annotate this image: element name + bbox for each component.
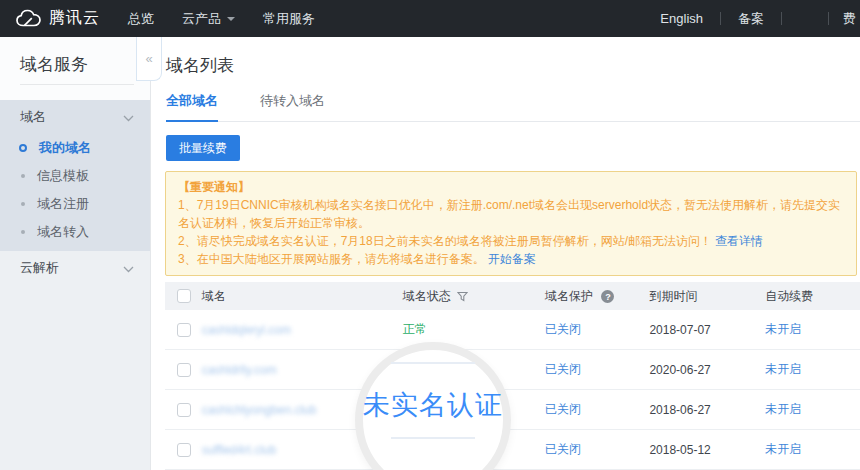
header-status-label: 域名状态 [403, 288, 451, 305]
top-nav-menu: 总览 云产品 常用服务 [114, 0, 329, 37]
notice-line-1-text: 1、7月19日CNNIC审核机构域名实名接口优化中，新注册.com/.net域名… [178, 198, 840, 230]
expiry-cell: 2018-06-27 [649, 403, 765, 417]
important-notice-box: 【重要通知】 1、7月19日CNNIC审核机构域名实名接口优化中，新注册.com… [165, 171, 857, 276]
domain-link-blurred[interactable]: cashldrlly.com [202, 363, 277, 377]
sidebar-item-domain-register[interactable]: 域名注册 [0, 190, 150, 218]
divider [781, 12, 782, 25]
bullet-icon [21, 174, 25, 178]
domain-link-blurred[interactable]: suffled4rt.club [202, 443, 277, 457]
domain-link-blurred[interactable]: cashldqleryl.com [202, 323, 291, 337]
top-right-menu: English 备案 费 [643, 0, 860, 37]
domain-link-blurred[interactable]: cashlchlyongben.club [202, 403, 317, 417]
protection-cell: 已关闭 [545, 441, 649, 458]
sidebar-group-domain-header[interactable]: 域名 [0, 100, 150, 134]
row-checkbox[interactable] [177, 363, 191, 377]
header-status: 域名状态 [403, 288, 545, 305]
expiry-date: 2018-07-07 [649, 323, 710, 337]
table-row: suffled4rt.club 已关闭 2018-05-12 未开启 [165, 430, 860, 470]
protection-closed-link[interactable]: 已关闭 [545, 362, 581, 376]
row-checkbox[interactable] [177, 443, 191, 457]
table-row: cashldqleryl.com 正常 已关闭 2018-07-07 未开启 [165, 310, 860, 350]
auto-renew-off-link[interactable]: 未开启 [765, 442, 801, 456]
auto-renew-cell: 未开启 [765, 401, 860, 418]
active-bullet-icon [19, 144, 27, 152]
sidebar-item-label: 信息模板 [37, 167, 89, 185]
tab-pending-transfer-in[interactable]: 待转入域名 [260, 92, 325, 121]
notice-title: 【重要通知】 [178, 178, 844, 196]
magnified-row-line [391, 437, 475, 439]
header-expiry: 到期时间 [649, 288, 765, 305]
sidebar-header: 域名服务 [0, 37, 150, 100]
auto-renew-cell: 未开启 [765, 321, 860, 338]
auto-renew-off-link[interactable]: 未开启 [765, 322, 801, 336]
header-checkbox-cell [165, 289, 202, 303]
auto-renew-cell: 未开启 [765, 361, 860, 378]
notice-line-1: 1、7月19日CNNIC审核机构域名实名接口优化中，新注册.com/.net域名… [178, 196, 844, 232]
expiry-date: 2018-05-12 [649, 443, 710, 457]
billing-link-cutoff[interactable]: 费 [829, 10, 860, 28]
nav-common-services[interactable]: 常用服务 [249, 0, 329, 37]
row-checkbox-cell [165, 323, 202, 337]
icp-filing-link[interactable]: 备案 [721, 10, 781, 28]
select-all-checkbox[interactable] [177, 289, 191, 303]
cloud-logo-icon [15, 9, 42, 28]
expiry-date: 2018-06-27 [649, 403, 710, 417]
sidebar-item-info-templates[interactable]: 信息模板 [0, 162, 150, 190]
nav-cloud-products-label: 云产品 [182, 10, 221, 28]
nav-overview[interactable]: 总览 [114, 0, 168, 37]
expiry-date: 2020-06-27 [649, 363, 710, 377]
magnified-row-line [391, 362, 475, 364]
status-normal: 正常 [403, 321, 427, 338]
auto-renew-cell: 未开启 [765, 441, 860, 458]
group-dns-label: 云解析 [20, 259, 59, 277]
bullet-icon [21, 230, 25, 234]
help-question-icon[interactable]: ? [601, 290, 614, 303]
protection-closed-link[interactable]: 已关闭 [545, 442, 581, 456]
expiry-cell: 2018-07-07 [649, 323, 765, 337]
collapse-arrows-icon: « [145, 51, 152, 66]
protection-closed-link[interactable]: 已关闭 [545, 402, 581, 416]
protection-cell: 已关闭 [545, 361, 649, 378]
tab-all-domains[interactable]: 全部域名 [166, 92, 218, 122]
auto-renew-off-link[interactable]: 未开启 [765, 362, 801, 376]
sidebar-collapse-button[interactable]: « [136, 37, 162, 81]
header-domain: 域名 [202, 288, 403, 305]
chevron-down-icon [227, 17, 235, 21]
protection-closed-link[interactable]: 已关闭 [545, 322, 581, 336]
auto-renew-off-link[interactable]: 未开启 [765, 402, 801, 416]
start-filing-link[interactable]: 开始备案 [488, 252, 536, 266]
row-checkbox[interactable] [177, 323, 191, 337]
page-body: 域名服务 « 域名 我的域名 信息模板 域名注册 [0, 37, 860, 470]
notice-line-3: 3、在中国大陆地区开展网站服务，请先将域名进行备案。开始备案 [178, 250, 844, 268]
row-checkbox[interactable] [177, 403, 191, 417]
protection-cell: 已关闭 [545, 321, 649, 338]
nav-cloud-products[interactable]: 云产品 [168, 0, 249, 37]
tencent-cloud-logo[interactable]: 腾讯云 [15, 8, 100, 29]
table-header-row: 域名 域名状态 域名保护 ? 到期时间 自动续费 [165, 282, 860, 310]
language-switch[interactable]: English [643, 11, 720, 26]
notice-line-2-text: 2、请尽快完成域名实名认证，7月18日之前未实名的域名将被注册局暂停解析，网站/… [178, 234, 712, 248]
view-details-link[interactable]: 查看详情 [715, 234, 763, 248]
nav-common-services-label: 常用服务 [263, 10, 315, 28]
domain-cell: cashldqleryl.com [202, 323, 403, 337]
sidebar-item-label: 域名转入 [37, 223, 89, 241]
sidebar-item-label: 我的域名 [39, 139, 91, 157]
nav-overview-label: 总览 [128, 10, 154, 28]
row-checkbox-cell [165, 363, 202, 377]
sidebar-item-my-domains[interactable]: 我的域名 [0, 134, 150, 162]
table-row: cashldrlly.com 正常 已关闭 2020-06-27 未开启 [165, 350, 860, 390]
sidebar-item-label: 域名注册 [37, 195, 89, 213]
header-auto-renew: 自动续费 [765, 288, 860, 305]
batch-renew-button[interactable]: 批量续费 [166, 135, 240, 161]
tab-bar: 全部域名 待转入域名 [166, 92, 860, 122]
logo-wordmark: 腾讯云 [49, 8, 100, 29]
status-cell: 正常 [403, 321, 545, 338]
notice-line-2: 2、请尽快完成域名实名认证，7月18日之前未实名的域名将被注册局暂停解析，网站/… [178, 232, 844, 250]
filter-funnel-icon[interactable] [457, 291, 468, 302]
page-title: 域名列表 [166, 54, 860, 77]
not-real-name-verified-label: 未实名认证 [363, 387, 503, 423]
top-navbar: 腾讯云 总览 云产品 常用服务 English 备案 费 [0, 0, 860, 37]
protection-cell: 已关闭 [545, 401, 649, 418]
sidebar-item-domain-transfer-in[interactable]: 域名转入 [0, 218, 150, 246]
sidebar-group-dns-header[interactable]: 云解析 [0, 251, 150, 285]
